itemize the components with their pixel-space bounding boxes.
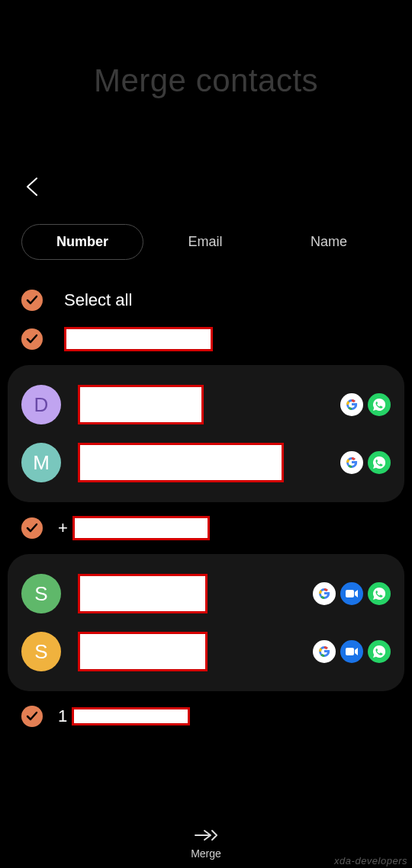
avatar: S: [21, 632, 61, 671]
duo-icon: [340, 582, 363, 605]
contact-row[interactable]: S: [21, 623, 391, 681]
contact-group-card: D M: [8, 365, 404, 502]
avatar: M: [21, 443, 61, 482]
service-icons: [313, 582, 391, 605]
tab-email[interactable]: Email: [143, 225, 267, 259]
merge-icon[interactable]: [194, 828, 218, 846]
contact-row[interactable]: D: [21, 376, 391, 434]
duo-icon: [340, 640, 363, 663]
group-checkbox[interactable]: [21, 706, 43, 727]
contact-group-card: S S: [8, 554, 404, 691]
group-header-row[interactable]: [0, 319, 412, 359]
contact-name-redacted: [78, 574, 208, 613]
tab-name[interactable]: Name: [267, 225, 391, 259]
filter-tabs: Number Email Name: [0, 201, 412, 267]
group-header-row[interactable]: 1: [0, 697, 412, 735]
whatsapp-icon: [368, 640, 391, 663]
group-label-redacted: [64, 327, 213, 351]
select-all-checkbox[interactable]: [21, 290, 43, 311]
contact-name-redacted: [78, 632, 208, 671]
whatsapp-icon: [368, 451, 391, 474]
contacts-list: Select all D M: [0, 267, 412, 735]
contact-row[interactable]: S: [21, 565, 391, 623]
avatar: D: [21, 385, 61, 424]
contact-row[interactable]: M: [21, 434, 391, 492]
group-prefix: +: [58, 518, 68, 538]
service-icons: [340, 393, 391, 416]
select-all-label: Select all: [64, 290, 132, 310]
service-icons: [313, 640, 391, 663]
google-icon: [340, 393, 363, 416]
whatsapp-icon: [368, 582, 391, 605]
google-icon: [313, 582, 336, 605]
merge-button-label[interactable]: Merge: [191, 847, 221, 860]
group-checkbox[interactable]: [21, 328, 43, 350]
google-icon: [313, 640, 336, 663]
select-all-row[interactable]: Select all: [0, 281, 412, 319]
contact-name-redacted: [78, 443, 284, 482]
google-icon: [340, 451, 363, 474]
group-header-row[interactable]: +: [0, 508, 412, 548]
tab-number[interactable]: Number: [21, 224, 143, 260]
group-prefix: 1: [58, 706, 67, 726]
group-label-redacted: [72, 516, 210, 540]
avatar: S: [21, 574, 61, 613]
group-label-redacted: [72, 707, 190, 725]
whatsapp-icon: [368, 393, 391, 416]
service-icons: [340, 451, 391, 474]
watermark: xda-developers: [334, 855, 407, 866]
contact-name-redacted: [78, 385, 204, 424]
page-title: Merge contacts: [0, 0, 412, 99]
group-checkbox[interactable]: [21, 517, 43, 539]
back-icon[interactable]: [21, 175, 44, 198]
